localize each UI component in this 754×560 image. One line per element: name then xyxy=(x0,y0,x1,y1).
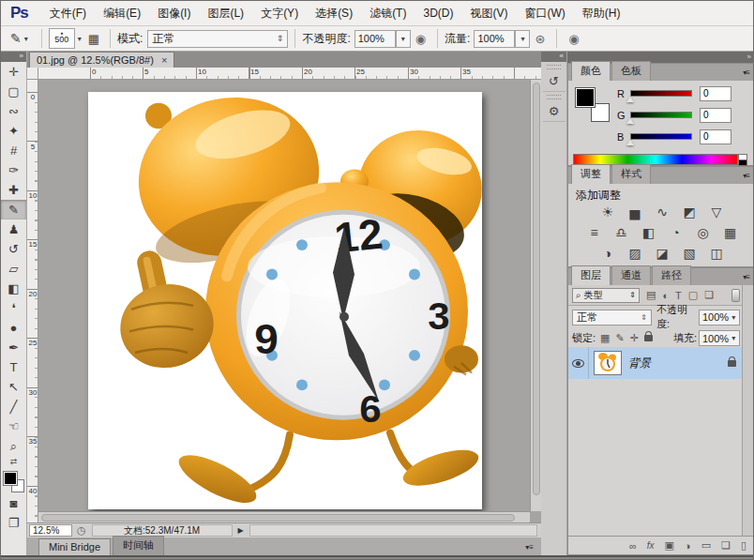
panel-menu-icon[interactable]: ▾≡ xyxy=(743,172,754,184)
color-lookup-icon[interactable]: ▦ xyxy=(722,225,739,240)
dock-collapse-button[interactable]: « xyxy=(541,52,566,62)
brush-size-picker[interactable]: ● 500 xyxy=(49,28,75,49)
tool-pen[interactable]: ✒ xyxy=(1,338,26,357)
red-value-input[interactable]: 0 xyxy=(700,86,731,101)
panel-menu-icon[interactable]: ▾≡ xyxy=(525,543,541,555)
black-white-icon[interactable]: ◧ xyxy=(641,225,657,240)
gradient-map-icon[interactable]: ▧ xyxy=(681,246,698,261)
green-value-input[interactable]: 0 xyxy=(700,108,731,123)
swap-colors-button[interactable]: ⇄ xyxy=(1,456,26,467)
menu-edit[interactable]: 编辑(E) xyxy=(95,2,149,25)
tab-styles[interactable]: 样式 xyxy=(611,164,651,184)
history-panel-button[interactable]: ↺ xyxy=(543,71,566,92)
delete-layer-icon[interactable]: ▯ xyxy=(741,539,746,552)
tab-channels[interactable]: 通道 xyxy=(611,265,651,285)
tab-mini-bridge[interactable]: Mini Bridge xyxy=(38,538,111,555)
green-slider-thumb[interactable] xyxy=(626,118,634,124)
layer-opacity-input[interactable]: 100% ▾ xyxy=(699,310,740,325)
airbrush-icon[interactable]: ⊛ xyxy=(530,32,550,46)
tool-zoom[interactable]: ⌕ xyxy=(1,436,26,456)
layer-name[interactable]: 背景 xyxy=(628,356,651,371)
horizontal-ruler[interactable]: 0 5 10 15 20 25 30 35 xyxy=(38,68,541,80)
canvas[interactable]: 12 3 6 9 xyxy=(88,92,482,509)
layers-scrollbar[interactable] xyxy=(742,285,754,536)
tool-quick-selection[interactable]: ✦ xyxy=(1,121,26,141)
tab-timeline[interactable]: 时间轴 xyxy=(113,536,164,555)
tool-lasso[interactable]: ∾ xyxy=(1,101,26,121)
menu-help[interactable]: 帮助(H) xyxy=(574,2,629,25)
exposure-icon[interactable]: ◩ xyxy=(681,204,698,219)
vibrance-icon[interactable]: ▽ xyxy=(708,204,725,219)
new-layer-icon[interactable]: ❏ xyxy=(721,539,731,552)
tool-crop[interactable]: # xyxy=(1,141,26,160)
channel-mixer-icon[interactable]: ◎ xyxy=(695,225,712,240)
tab-color[interactable]: 颜色 xyxy=(571,61,611,81)
layer-thumbnail[interactable] xyxy=(594,351,622,375)
shape-layer-filter-icon[interactable]: ▢ xyxy=(688,289,698,301)
menu-view[interactable]: 视图(V) xyxy=(461,2,516,25)
panel-menu-icon[interactable]: ▾≡ xyxy=(743,68,754,81)
layer-fill-input[interactable]: 100% ▾ xyxy=(699,330,740,346)
red-slider-thumb[interactable] xyxy=(626,97,634,102)
menu-3d[interactable]: 3D(D) xyxy=(415,3,461,23)
tab-swatches[interactable]: 色板 xyxy=(611,61,651,81)
panel-menu-icon[interactable]: ▾≡ xyxy=(743,273,754,285)
tool-gradient[interactable]: ◧ xyxy=(1,279,26,298)
levels-icon[interactable]: ▅ xyxy=(626,204,643,219)
menu-type[interactable]: 文字(Y) xyxy=(252,2,307,25)
lock-paint-icon[interactable]: ✎ xyxy=(615,332,624,344)
foreground-color-swatch[interactable] xyxy=(4,472,17,485)
vertical-ruler[interactable]: 0 5 10 15 20 25 30 35 40 xyxy=(27,80,38,522)
tool-dodge[interactable]: ● xyxy=(1,318,26,338)
threshold-icon[interactable]: ◪ xyxy=(654,246,671,261)
layer-row-background[interactable]: 背景 xyxy=(568,347,744,379)
smart-object-filter-icon[interactable]: ❏ xyxy=(704,289,714,301)
menu-image[interactable]: 图像(I) xyxy=(149,2,199,25)
curves-icon[interactable]: ∿ xyxy=(654,204,671,219)
tool-brush[interactable]: ✎ xyxy=(1,200,26,219)
posterize-icon[interactable]: ▨ xyxy=(626,246,643,261)
menu-select[interactable]: 选择(S) xyxy=(307,2,361,25)
quick-mask-button[interactable]: ◙ xyxy=(1,493,26,513)
tool-preset-picker[interactable]: ✎ ▾ xyxy=(7,29,35,48)
adjustment-layer-filter-icon[interactable]: ◐ xyxy=(662,290,669,301)
properties-panel-button[interactable]: ⚙ xyxy=(543,101,566,122)
size-pressure-icon[interactable]: ◉ xyxy=(564,32,583,46)
flow-value-box[interactable]: 100% xyxy=(474,30,515,48)
opacity-value-box[interactable]: 100% xyxy=(354,30,396,48)
opacity-dropdown[interactable]: ▾ xyxy=(396,30,411,48)
black-chip[interactable] xyxy=(738,159,747,166)
toolbar-collapse-button[interactable]: » xyxy=(1,52,26,62)
menu-window[interactable]: 窗口(W) xyxy=(516,2,573,25)
photo-filter-icon[interactable]: ◔ xyxy=(668,225,685,240)
lock-position-icon[interactable]: ✛ xyxy=(630,332,639,344)
hue-saturation-icon[interactable]: ≡ xyxy=(586,225,603,240)
foreground-color-swatch[interactable] xyxy=(576,88,595,107)
blue-value-input[interactable]: 0 xyxy=(700,129,731,144)
flow-dropdown[interactable]: ▾ xyxy=(515,30,530,48)
layer-blend-mode-select[interactable]: 正常 ⇕ xyxy=(572,310,652,325)
tool-clone-stamp[interactable]: ♟ xyxy=(1,219,26,239)
screen-mode-button[interactable]: ❐ xyxy=(1,513,26,533)
new-group-icon[interactable]: ▭ xyxy=(701,539,711,552)
tool-rectangular-marquee[interactable]: ▢ xyxy=(1,82,26,101)
menu-layer[interactable]: 图层(L) xyxy=(199,2,252,25)
tool-eraser[interactable]: ▱ xyxy=(1,259,26,279)
type-layer-filter-icon[interactable]: T xyxy=(675,290,682,301)
layer-filter-select[interactable]: ⌕ 类型 ⇕ xyxy=(572,288,640,303)
tool-blur[interactable]: ❛ xyxy=(1,298,26,318)
tool-hand[interactable]: ☜ xyxy=(1,416,26,436)
tool-line[interactable]: ╱ xyxy=(1,397,26,416)
green-slider[interactable] xyxy=(630,112,692,118)
tool-type[interactable]: T xyxy=(1,357,26,377)
document-tab[interactable]: 01.jpg @ 12.5%(RGB/8#) × xyxy=(29,52,174,68)
brush-size-dropdown[interactable]: ▾ xyxy=(75,35,84,43)
brightness-contrast-icon[interactable]: ☀ xyxy=(599,204,616,219)
blue-slider-thumb[interactable] xyxy=(626,140,634,145)
opacity-pressure-icon[interactable]: ◉ xyxy=(411,32,430,46)
tool-eyedropper[interactable]: ✑ xyxy=(1,160,26,180)
tab-layers[interactable]: 图层 xyxy=(571,265,611,285)
pixel-layer-filter-icon[interactable]: ▤ xyxy=(646,289,656,301)
tool-move[interactable]: ✛ xyxy=(1,62,26,82)
tab-paths[interactable]: 路径 xyxy=(652,265,691,285)
